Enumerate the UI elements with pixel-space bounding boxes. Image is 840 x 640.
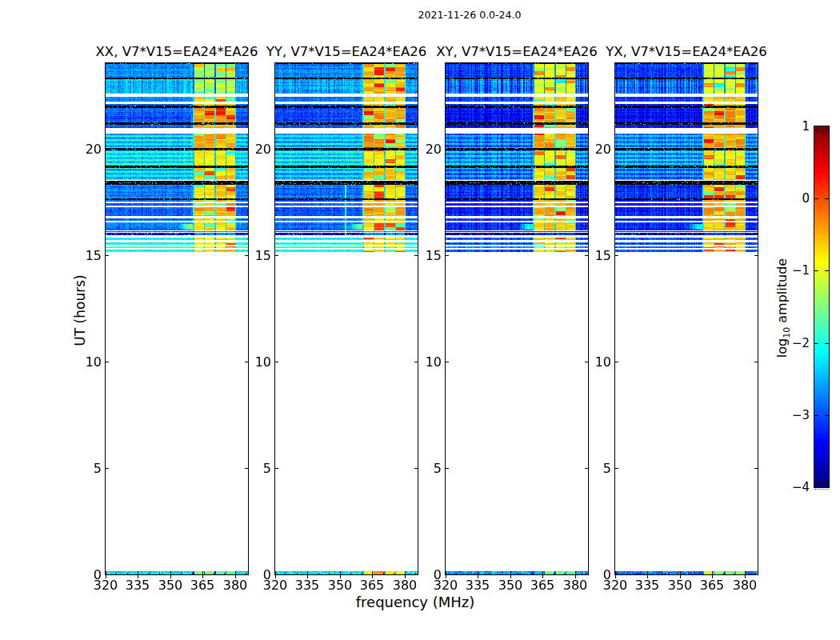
y-tick bbox=[446, 468, 449, 469]
x-minor-tick bbox=[532, 573, 533, 574]
y-tick-label: 20 bbox=[68, 142, 102, 157]
panel-plot-xx bbox=[105, 62, 249, 575]
y-tick bbox=[275, 574, 278, 575]
y-tick bbox=[446, 574, 449, 575]
x-tick bbox=[235, 571, 236, 574]
figure-title: 2021-11-26 0.0-24.0 bbox=[418, 9, 522, 21]
x-tick-label: 350 bbox=[158, 578, 183, 593]
x-minor-tick bbox=[224, 573, 225, 574]
y-tick bbox=[754, 362, 758, 362]
y-tick bbox=[106, 468, 109, 469]
x-minor-tick bbox=[658, 573, 659, 574]
colorbar-extend-dots bbox=[814, 489, 829, 490]
y-tick-label: 20 bbox=[238, 142, 271, 157]
x-minor-tick bbox=[554, 573, 554, 574]
y-tick bbox=[275, 468, 278, 469]
x-tick-label: 350 bbox=[328, 578, 353, 593]
panel-title-xx: XX, V7*V15=EA24*EA26 bbox=[96, 44, 258, 59]
spectrogram-figure: 2021-11-26 0.0-24.0 XX, V7*V15=EA24*EA26… bbox=[0, 0, 840, 640]
x-tick bbox=[307, 571, 308, 574]
y-tick-label: 0 bbox=[408, 567, 442, 582]
y-tick-label: 10 bbox=[408, 354, 442, 370]
panel-title-yx: YX, V7*V15=EA24*EA26 bbox=[606, 44, 767, 59]
y-tick bbox=[275, 149, 278, 150]
x-tick bbox=[478, 571, 478, 574]
x-minor-tick bbox=[702, 573, 702, 574]
y-tick bbox=[615, 149, 618, 150]
x-tick bbox=[405, 571, 406, 574]
y-tick bbox=[106, 574, 109, 575]
x-minor-tick bbox=[394, 573, 394, 574]
y-tick bbox=[446, 255, 449, 256]
colorbar-tick bbox=[825, 343, 829, 344]
y-tick bbox=[754, 574, 758, 575]
colorbar-tick-label: −3 bbox=[773, 408, 810, 422]
colorbar-canvas bbox=[814, 126, 829, 487]
y-tick-label: 0 bbox=[578, 567, 611, 582]
y-tick-label: 5 bbox=[578, 461, 611, 476]
x-axis-label: frequency (MHz) bbox=[356, 594, 475, 610]
x-tick-label: 350 bbox=[668, 578, 693, 593]
x-tick-label: 350 bbox=[498, 578, 523, 593]
colorbar-tick-label: 0 bbox=[773, 191, 810, 206]
x-tick bbox=[680, 571, 681, 574]
colorbar-tick bbox=[825, 198, 829, 199]
y-tick bbox=[754, 149, 758, 150]
x-minor-tick bbox=[626, 573, 626, 574]
x-tick-label: 365 bbox=[530, 578, 555, 593]
x-minor-tick bbox=[297, 573, 298, 574]
y-tick-label: 0 bbox=[68, 567, 102, 582]
y-tick-label: 10 bbox=[578, 354, 611, 370]
x-minor-tick bbox=[362, 573, 362, 574]
x-tick-label: 335 bbox=[635, 578, 660, 593]
spectrogram-canvas-yy bbox=[275, 63, 418, 574]
x-minor-tick bbox=[181, 573, 182, 574]
x-minor-tick bbox=[734, 573, 734, 574]
x-minor-tick bbox=[286, 573, 286, 574]
y-tick bbox=[754, 255, 758, 256]
x-tick bbox=[372, 571, 373, 574]
x-tick bbox=[712, 571, 713, 574]
x-tick-label: 365 bbox=[700, 578, 725, 593]
x-minor-tick bbox=[723, 573, 724, 574]
x-tick-label: 365 bbox=[190, 578, 215, 593]
y-tick-label: 15 bbox=[238, 248, 271, 263]
x-minor-tick bbox=[467, 573, 468, 574]
y-tick bbox=[615, 362, 618, 362]
x-minor-tick bbox=[521, 573, 522, 574]
y-tick-label: 5 bbox=[238, 461, 271, 476]
x-tick bbox=[745, 571, 746, 574]
y-tick bbox=[754, 468, 758, 469]
x-minor-tick bbox=[499, 573, 500, 574]
colorbar-tick bbox=[814, 198, 818, 199]
panel-plot-yy bbox=[274, 62, 418, 575]
x-minor-tick bbox=[637, 573, 638, 574]
colorbar bbox=[814, 126, 830, 488]
x-tick bbox=[170, 571, 171, 574]
panel-plot-xy bbox=[445, 62, 589, 575]
colorbar-tick bbox=[814, 415, 818, 416]
colorbar-tick-label: −1 bbox=[773, 263, 810, 278]
x-tick-label: 335 bbox=[295, 578, 320, 593]
x-tick bbox=[510, 571, 511, 574]
x-minor-tick bbox=[127, 573, 128, 574]
spectrogram-canvas-xy bbox=[446, 63, 588, 574]
x-minor-tick bbox=[329, 573, 330, 574]
colorbar-tick bbox=[814, 270, 818, 271]
x-tick bbox=[138, 571, 138, 574]
x-minor-tick bbox=[159, 573, 160, 574]
y-tick bbox=[615, 255, 618, 256]
x-minor-tick bbox=[116, 573, 117, 574]
x-tick-label: 365 bbox=[360, 578, 385, 593]
colorbar-tick-label: −4 bbox=[773, 480, 810, 494]
y-tick-label: 15 bbox=[408, 248, 442, 263]
x-minor-tick bbox=[489, 573, 490, 574]
x-tick bbox=[647, 571, 648, 574]
x-tick bbox=[542, 571, 543, 574]
y-tick bbox=[275, 255, 278, 256]
y-tick-label: 20 bbox=[408, 142, 442, 157]
y-axis-label: UT (hours) bbox=[72, 274, 88, 346]
panel-title-xy: XY, V7*V15=EA24*EA26 bbox=[436, 44, 598, 59]
panel-plot-yx bbox=[614, 62, 758, 575]
y-tick-label: 5 bbox=[408, 461, 442, 476]
